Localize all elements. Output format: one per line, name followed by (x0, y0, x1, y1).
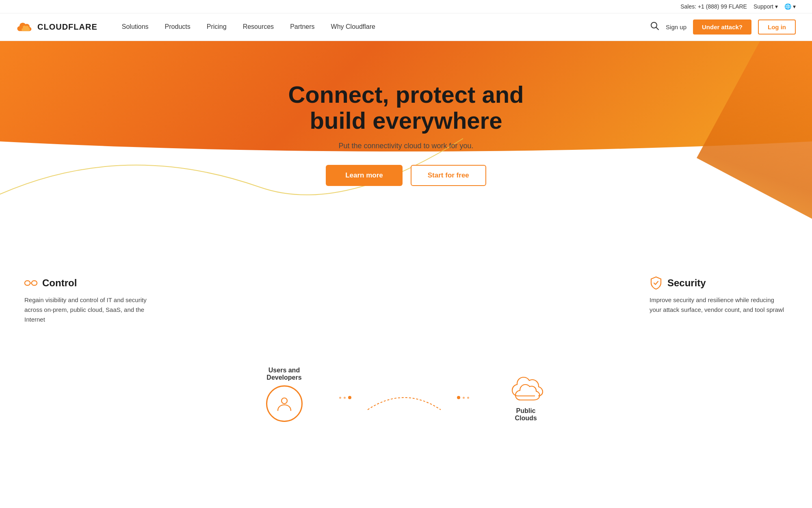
nav-item-solutions[interactable]: Solutions (114, 13, 157, 41)
diagram-section: Users and Developers (0, 341, 812, 422)
nav-actions: Sign up Under attack? Log in (650, 19, 796, 35)
dot-2 (344, 397, 346, 399)
hero-buttons: Learn more Start for free (0, 165, 812, 186)
diagram-users: Users and Developers (266, 367, 303, 422)
diagram-dots-right (457, 396, 469, 399)
support-menu[interactable]: Support ▾ (754, 3, 778, 10)
nav-links: Solutions Products Pricing Resources Par… (114, 13, 650, 41)
search-button[interactable] (650, 22, 659, 32)
diagram-connector (327, 381, 481, 422)
nav-item-pricing[interactable]: Pricing (199, 13, 235, 41)
support-chevron: ▾ (775, 3, 778, 10)
sales-phone: Sales: +1 (888) 99 FLARE (680, 3, 747, 10)
diagram-users-icon (266, 385, 303, 422)
feature-control-title: Control (24, 277, 162, 290)
start-free-button[interactable]: Start for free (411, 165, 486, 186)
topbar: Sales: +1 (888) 99 FLARE Support ▾ 🌐 ▾ (0, 0, 812, 13)
logo[interactable]: CLOUDFLARE (16, 21, 97, 33)
hero-title: Connect, protect and build everywhere (264, 82, 548, 134)
language-menu[interactable]: 🌐 ▾ (784, 3, 796, 10)
diagram-arc (364, 381, 445, 414)
feature-control: Control Regain visibility and control of… (24, 277, 162, 324)
search-icon (650, 22, 659, 30)
svg-rect-2 (25, 281, 30, 285)
hero-section: Connect, protect and build everywhere Pu… (0, 41, 812, 268)
nav-item-products[interactable]: Products (157, 13, 199, 41)
cloud-icon (506, 375, 546, 402)
hero-content: Connect, protect and build everywhere Pu… (0, 41, 812, 186)
under-attack-button[interactable]: Under attack? (693, 19, 751, 35)
feature-security: Security Improve security and resilience… (650, 277, 788, 324)
navbar: CLOUDFLARE Solutions Products Pricing Re… (0, 13, 812, 41)
nav-item-partners[interactable]: Partners (282, 13, 323, 41)
dot-6 (467, 397, 469, 399)
security-icon (650, 277, 663, 290)
diagram-dots (339, 396, 351, 399)
dot-5 (463, 397, 465, 399)
diagram-users-label: Users and Developers (266, 367, 301, 381)
dot-1 (339, 397, 341, 399)
globe-icon: 🌐 (784, 3, 791, 10)
globe-chevron: ▾ (793, 3, 796, 10)
nav-item-why-cloudflare[interactable]: Why Cloudflare (323, 13, 383, 41)
hero-subtitle: Put the connectivity cloud to work for y… (0, 142, 812, 150)
svg-point-6 (281, 398, 287, 404)
diagram-clouds: Public Clouds (506, 374, 546, 422)
learn-more-button[interactable]: Learn more (326, 165, 403, 186)
logo-icon (16, 21, 34, 33)
dot-4 (457, 396, 460, 399)
features-section: Control Regain visibility and control of… (0, 268, 812, 341)
diagram-clouds-label: Public Clouds (515, 407, 537, 422)
feature-control-desc: Regain visibility and control of IT and … (24, 295, 162, 324)
control-icon (24, 277, 37, 290)
login-button[interactable]: Log in (758, 19, 796, 35)
svg-line-1 (656, 27, 658, 30)
svg-rect-3 (32, 281, 37, 285)
support-label: Support (754, 3, 773, 10)
nav-item-resources[interactable]: Resources (235, 13, 282, 41)
cloud-icon-wrapper (506, 374, 546, 403)
feature-security-desc: Improve security and resilience while re… (650, 295, 788, 315)
signup-button[interactable]: Sign up (666, 24, 686, 30)
logo-text: CLOUDFLARE (37, 22, 97, 32)
feature-security-title: Security (650, 277, 788, 290)
dot-3 (348, 396, 351, 399)
person-icon (275, 394, 294, 413)
